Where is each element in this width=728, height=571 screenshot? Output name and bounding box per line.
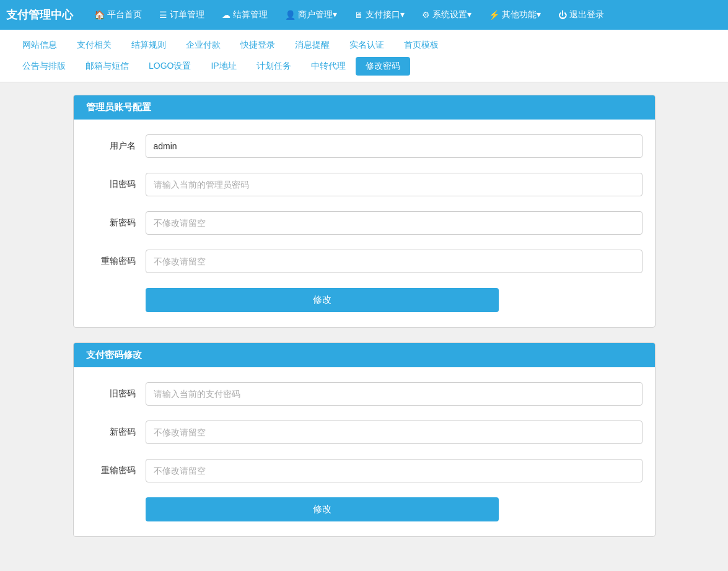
form-row-pay-old-password: 旧密码	[86, 382, 642, 406]
form-row-username: 用户名	[86, 134, 642, 158]
admin-card-header: 管理员账号配置	[74, 95, 655, 120]
other-icon: ⚡	[489, 10, 499, 20]
admin-card-body: 用户名旧密码新密码重输密码修改	[74, 120, 655, 327]
label-new-password: 新密码	[86, 217, 136, 229]
nav-item-settlement[interactable]: ☁结算管理	[213, 0, 276, 30]
merchant-icon: 👤	[285, 10, 296, 20]
button-row: 修改	[146, 497, 642, 521]
sec-nav-change-password[interactable]: 修改密码	[356, 57, 410, 76]
submit-button[interactable]: 修改	[146, 497, 499, 521]
payment-icon: 🖥	[354, 10, 363, 20]
nav-item-orders[interactable]: ☰订单管理	[151, 0, 213, 30]
label-pay-old-password: 旧密码	[86, 388, 136, 399]
top-nav-items: 🏠平台首页☰订单管理☁结算管理👤商户管理▾🖥支付接口▾⚙系统设置▾⚡其他功能▾⏻…	[86, 0, 722, 30]
form-row-old-password: 旧密码	[86, 173, 642, 196]
sec-nav-site-info[interactable]: 网站信息	[12, 36, 67, 54]
sec-nav-announcement[interactable]: 公告与排版	[12, 57, 76, 76]
button-row: 修改	[146, 288, 642, 312]
form-row-new-password: 新密码	[86, 211, 642, 235]
sec-nav-transfer-proxy[interactable]: 中转代理	[301, 57, 356, 76]
sec-nav-logo-settings[interactable]: LOGO设置	[139, 57, 201, 76]
label-old-password: 旧密码	[86, 179, 136, 190]
sec-nav-home-template[interactable]: 首页模板	[394, 36, 449, 54]
nav-item-logout[interactable]: ⏻退出登录	[550, 0, 613, 30]
sec-nav-quick-login[interactable]: 快捷登录	[230, 36, 285, 54]
input-new-password[interactable]	[146, 211, 642, 235]
main-content: 管理员账号配置 用户名旧密码新密码重输密码修改 支付密码修改 旧密码新密码重输密…	[61, 82, 668, 564]
input-confirm-password[interactable]	[146, 250, 642, 273]
label-pay-new-password: 新密码	[86, 427, 136, 438]
form-row-confirm-password: 重输密码	[86, 250, 642, 273]
input-username[interactable]	[146, 134, 642, 158]
sec-nav-row1: 网站信息支付相关结算规则企业付款快捷登录消息提醒实名认证首页模板	[12, 36, 716, 54]
form-row-pay-confirm-password: 重输密码	[86, 459, 642, 482]
admin-card: 管理员账号配置 用户名旧密码新密码重输密码修改	[73, 95, 656, 328]
top-nav: 支付管理中心 🏠平台首页☰订单管理☁结算管理👤商户管理▾🖥支付接口▾⚙系统设置▾…	[0, 0, 728, 30]
input-pay-old-password[interactable]	[146, 382, 642, 406]
nav-item-system[interactable]: ⚙系统设置▾	[413, 0, 480, 30]
sec-nav-row2: 公告与排版邮箱与短信LOGO设置IP地址计划任务中转代理修改密码	[12, 57, 716, 76]
sec-nav-scheduled-tasks[interactable]: 计划任务	[247, 57, 301, 76]
payment-card: 支付密码修改 旧密码新密码重输密码修改	[73, 342, 656, 537]
sec-nav-notification[interactable]: 消息提醒	[285, 36, 340, 54]
nav-item-merchant[interactable]: 👤商户管理▾	[276, 0, 346, 30]
secondary-nav: 网站信息支付相关结算规则企业付款快捷登录消息提醒实名认证首页模板 公告与排版邮箱…	[0, 30, 728, 82]
nav-item-home[interactable]: 🏠平台首页	[86, 0, 151, 30]
label-confirm-password: 重输密码	[86, 256, 136, 267]
nav-item-other[interactable]: ⚡其他功能▾	[480, 0, 550, 30]
input-pay-new-password[interactable]	[146, 421, 642, 444]
home-icon: 🏠	[94, 10, 105, 20]
payment-card-body: 旧密码新密码重输密码修改	[74, 367, 655, 536]
payment-card-header: 支付密码修改	[74, 343, 655, 367]
sec-nav-ip-address[interactable]: IP地址	[201, 57, 246, 76]
logout-icon: ⏻	[558, 10, 567, 20]
sec-nav-real-name[interactable]: 实名认证	[340, 36, 394, 54]
form-row-pay-new-password: 新密码	[86, 421, 642, 444]
system-icon: ⚙	[422, 10, 430, 20]
sec-nav-email-sms[interactable]: 邮箱与短信	[76, 57, 139, 76]
sec-nav-settlement-rules[interactable]: 结算规则	[121, 36, 176, 54]
sec-nav-enterprise-payment[interactable]: 企业付款	[176, 36, 230, 54]
input-old-password[interactable]	[146, 173, 642, 196]
orders-icon: ☰	[159, 10, 167, 20]
sec-nav-payment-related[interactable]: 支付相关	[67, 36, 121, 54]
submit-button[interactable]: 修改	[146, 288, 499, 312]
nav-item-payment[interactable]: 🖥支付接口▾	[346, 0, 413, 30]
input-pay-confirm-password[interactable]	[146, 459, 642, 482]
settlement-icon: ☁	[222, 10, 230, 20]
label-username: 用户名	[86, 141, 136, 152]
brand-title: 支付管理中心	[6, 7, 73, 22]
label-pay-confirm-password: 重输密码	[86, 465, 136, 476]
